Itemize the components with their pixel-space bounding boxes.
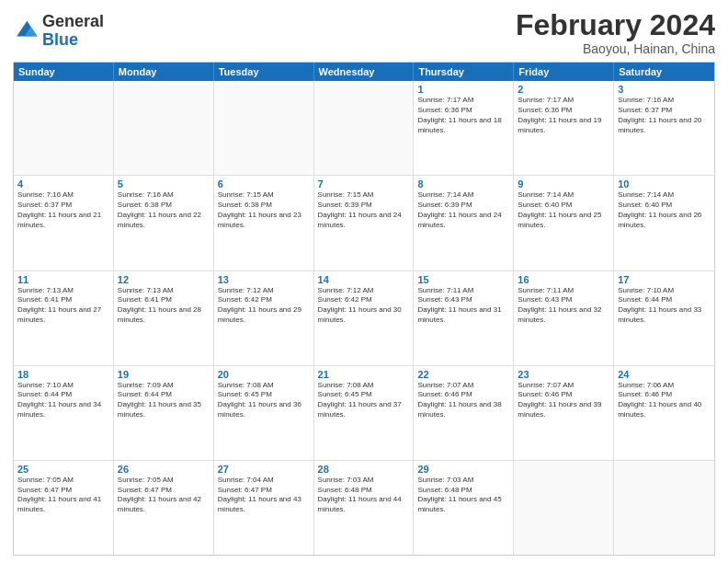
calendar-cell: 12Sunrise: 7:13 AMSunset: 6:41 PMDayligh… [114,271,214,365]
day-number: 11 [17,274,109,285]
day-info: Sunrise: 7:11 AMSunset: 6:43 PMDaylight:… [417,286,509,326]
calendar-cell: 26Sunrise: 7:05 AMSunset: 6:47 PMDayligh… [114,461,214,555]
day-number: 22 [417,369,509,380]
day-info: Sunrise: 7:03 AMSunset: 6:48 PMDaylight:… [318,476,410,515]
calendar-cell: 27Sunrise: 7:04 AMSunset: 6:47 PMDayligh… [214,461,314,555]
calendar-cell [214,81,314,175]
calendar-cell: 7Sunrise: 7:15 AMSunset: 6:39 PMDaylight… [314,176,415,270]
calendar-cell: 19Sunrise: 7:09 AMSunset: 6:44 PMDayligh… [114,366,214,460]
logo: General Blue [13,13,104,50]
logo-blue: Blue [42,31,104,50]
calendar-cell: 4Sunrise: 7:16 AMSunset: 6:37 PMDaylight… [14,176,114,270]
day-number: 5 [118,178,210,190]
day-number: 13 [218,274,310,285]
calendar-cell: 22Sunrise: 7:07 AMSunset: 6:46 PMDayligh… [414,366,514,460]
day-info: Sunrise: 7:13 AMSunset: 6:41 PMDaylight:… [17,286,109,326]
calendar-cell [14,81,114,175]
day-number: 12 [118,274,210,285]
calendar-cell: 29Sunrise: 7:03 AMSunset: 6:48 PMDayligh… [414,461,514,555]
calendar-body: 1Sunrise: 7:17 AMSunset: 6:36 PMDaylight… [14,81,714,555]
header: General Blue February 2024 Baoyou, Haina… [13,9,715,56]
calendar-cell: 9Sunrise: 7:14 AMSunset: 6:40 PMDaylight… [514,176,614,270]
calendar-cell: 18Sunrise: 7:10 AMSunset: 6:44 PMDayligh… [14,366,114,460]
calendar-cell: 11Sunrise: 7:13 AMSunset: 6:41 PMDayligh… [14,271,114,365]
day-info: Sunrise: 7:16 AMSunset: 6:38 PMDaylight:… [118,190,210,230]
day-number: 18 [17,369,109,380]
calendar-cell [114,81,214,175]
day-info: Sunrise: 7:06 AMSunset: 6:46 PMDaylight:… [618,381,711,420]
day-number: 19 [118,369,210,380]
day-info: Sunrise: 7:04 AMSunset: 6:47 PMDaylight:… [218,476,310,515]
calendar-cell: 28Sunrise: 7:03 AMSunset: 6:48 PMDayligh… [314,461,415,555]
day-info: Sunrise: 7:10 AMSunset: 6:44 PMDaylight:… [618,286,711,326]
calendar-cell: 25Sunrise: 7:05 AMSunset: 6:47 PMDayligh… [14,461,114,555]
calendar-row: 1Sunrise: 7:17 AMSunset: 6:36 PMDaylight… [14,81,714,175]
calendar-cell [614,461,714,555]
logo-icon [13,18,39,44]
day-info: Sunrise: 7:16 AMSunset: 6:37 PMDaylight:… [618,96,711,135]
day-info: Sunrise: 7:08 AMSunset: 6:45 PMDaylight:… [218,381,310,420]
day-info: Sunrise: 7:17 AMSunset: 6:36 PMDaylight:… [417,96,509,135]
day-info: Sunrise: 7:14 AMSunset: 6:40 PMDaylight:… [518,190,609,230]
weekday-header: Saturday [614,63,714,81]
calendar-cell: 17Sunrise: 7:10 AMSunset: 6:44 PMDayligh… [614,271,714,365]
day-info: Sunrise: 7:15 AMSunset: 6:38 PMDaylight:… [218,190,310,230]
calendar-row: 18Sunrise: 7:10 AMSunset: 6:44 PMDayligh… [14,365,714,460]
day-number: 9 [518,178,609,190]
day-number: 16 [518,274,609,285]
calendar-cell: 24Sunrise: 7:06 AMSunset: 6:46 PMDayligh… [614,366,714,460]
day-number: 21 [318,369,410,380]
calendar: SundayMondayTuesdayWednesdayThursdayFrid… [13,62,715,556]
weekday-header: Friday [514,63,614,81]
location: Baoyou, Hainan, China [516,41,715,56]
calendar-cell: 13Sunrise: 7:12 AMSunset: 6:42 PMDayligh… [214,271,314,365]
day-info: Sunrise: 7:12 AMSunset: 6:42 PMDaylight:… [318,286,410,326]
day-number: 8 [417,178,509,190]
day-number: 27 [218,464,310,475]
calendar-cell: 6Sunrise: 7:15 AMSunset: 6:38 PMDaylight… [214,176,314,270]
calendar-cell: 23Sunrise: 7:07 AMSunset: 6:46 PMDayligh… [514,366,614,460]
day-number: 10 [618,178,711,190]
day-number: 4 [17,178,109,190]
day-info: Sunrise: 7:15 AMSunset: 6:39 PMDaylight:… [318,190,410,230]
calendar-cell: 15Sunrise: 7:11 AMSunset: 6:43 PMDayligh… [414,271,514,365]
day-info: Sunrise: 7:16 AMSunset: 6:37 PMDaylight:… [17,190,109,230]
day-number: 25 [17,464,109,475]
day-info: Sunrise: 7:12 AMSunset: 6:42 PMDaylight:… [218,286,310,326]
weekday-header: Sunday [14,63,114,81]
day-info: Sunrise: 7:07 AMSunset: 6:46 PMDaylight:… [417,381,509,420]
day-number: 20 [218,369,310,380]
day-info: Sunrise: 7:05 AMSunset: 6:47 PMDaylight:… [17,476,109,515]
day-number: 7 [318,178,410,190]
day-info: Sunrise: 7:14 AMSunset: 6:39 PMDaylight:… [417,190,509,230]
calendar-row: 25Sunrise: 7:05 AMSunset: 6:47 PMDayligh… [14,460,714,555]
day-info: Sunrise: 7:07 AMSunset: 6:46 PMDaylight:… [518,381,609,420]
day-number: 1 [417,84,509,95]
day-number: 24 [618,369,711,380]
calendar-cell [514,461,614,555]
day-number: 15 [417,274,509,285]
day-info: Sunrise: 7:10 AMSunset: 6:44 PMDaylight:… [17,381,109,420]
page: General Blue February 2024 Baoyou, Haina… [0,0,728,563]
day-info: Sunrise: 7:08 AMSunset: 6:45 PMDaylight:… [318,381,410,420]
calendar-cell: 8Sunrise: 7:14 AMSunset: 6:39 PMDaylight… [414,176,514,270]
title-block: February 2024 Baoyou, Hainan, China [516,9,715,56]
day-info: Sunrise: 7:09 AMSunset: 6:44 PMDaylight:… [118,381,210,420]
day-info: Sunrise: 7:17 AMSunset: 6:36 PMDaylight:… [518,96,609,135]
day-info: Sunrise: 7:05 AMSunset: 6:47 PMDaylight:… [118,476,210,515]
logo-text: General Blue [42,13,104,50]
month-year: February 2024 [516,9,715,41]
day-number: 3 [618,84,711,95]
calendar-cell: 21Sunrise: 7:08 AMSunset: 6:45 PMDayligh… [314,366,415,460]
day-number: 23 [518,369,609,380]
day-number: 28 [318,464,410,475]
weekday-header: Thursday [414,63,514,81]
day-number: 26 [118,464,210,475]
calendar-row: 11Sunrise: 7:13 AMSunset: 6:41 PMDayligh… [14,270,714,365]
calendar-cell: 20Sunrise: 7:08 AMSunset: 6:45 PMDayligh… [214,366,314,460]
day-number: 29 [417,464,509,475]
calendar-cell: 10Sunrise: 7:14 AMSunset: 6:40 PMDayligh… [614,176,714,270]
calendar-cell: 1Sunrise: 7:17 AMSunset: 6:36 PMDaylight… [414,81,514,175]
day-info: Sunrise: 7:14 AMSunset: 6:40 PMDaylight:… [618,190,711,230]
calendar-cell: 14Sunrise: 7:12 AMSunset: 6:42 PMDayligh… [314,271,415,365]
